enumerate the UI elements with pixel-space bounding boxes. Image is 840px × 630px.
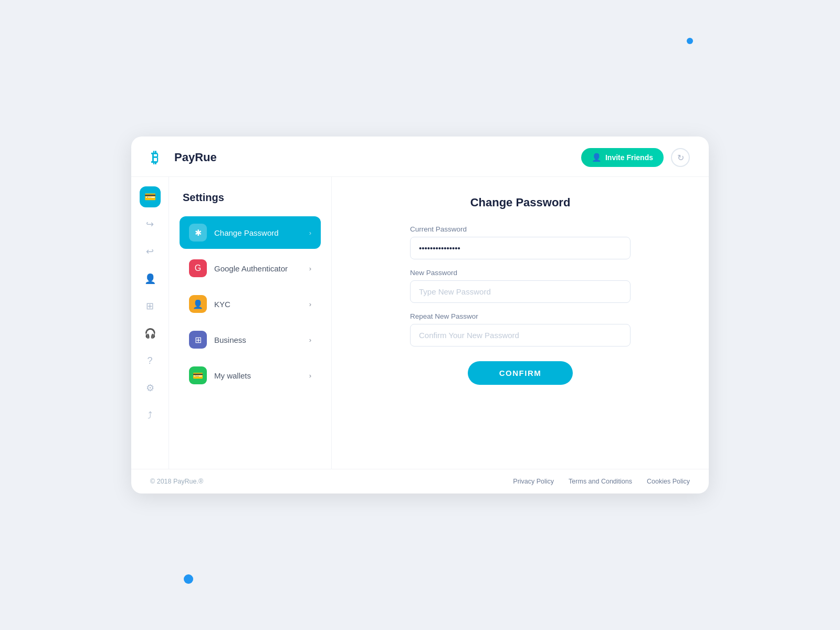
share-icon: ⤴ [148,410,152,421]
dot-bottom [184,574,193,584]
google-auth-nav-icon: G [189,259,207,277]
main-body: 💳 ↪ ↩ 👤 ⊞ 🎧 ? ⚙ ⤴ [131,177,709,469]
logo: ₿ PayRue [150,148,217,167]
contacts-icon: 👤 [144,273,156,285]
page-title: Change Password [357,196,684,209]
terms-link[interactable]: Terms and Conditions [569,478,632,485]
invite-button-label: Invite Friends [605,153,653,162]
new-password-input[interactable] [410,280,631,303]
history-icon: ↩ [146,246,154,257]
change-password-label: Change Password [214,228,279,237]
privacy-policy-link[interactable]: Privacy Policy [513,478,554,485]
main-card: ₿ PayRue 👤 Invite Friends ↻ 💳 ↪ ↩ [131,136,709,494]
kyc-nav-icon: 👤 [189,295,207,313]
chevron-icon-3: › [309,336,311,344]
sidebar-icon-export[interactable]: ⤴ [140,405,161,426]
sidebar-icon-wallet[interactable]: 💳 [140,186,161,207]
header: ₿ PayRue 👤 Invite Friends ↻ [131,136,709,177]
person-icon: 👤 [592,153,602,162]
chevron-icon-0: › [309,229,311,237]
current-password-input[interactable] [410,237,631,259]
repeat-password-label: Repeat New Passwor [410,312,631,320]
logo-text: PayRue [174,151,217,164]
nav-item-business[interactable]: ⊞ Business › [180,323,321,356]
settings-icon: ⚙ [146,382,154,394]
refresh-icon: ↻ [677,153,684,163]
sidebar-icon-send[interactable]: ↪ [140,214,161,235]
confirm-button[interactable]: CONFIRM [468,361,573,385]
svg-text:₿: ₿ [151,150,159,166]
nav-item-my-wallets[interactable]: 💳 My wallets › [180,359,321,392]
footer: © 2018 PayRue.® Privacy Policy Terms and… [131,469,709,494]
help-icon: ? [147,355,152,366]
business-label: Business [214,335,246,344]
google-auth-label: Google Authenticator [214,264,288,273]
footer-copyright: © 2018 PayRue.® [150,478,203,485]
business-nav-icon: ⊞ [189,331,207,349]
content-area: Change Password Current Password New Pas… [332,177,709,469]
kyc-label: KYC [214,300,230,309]
current-password-label: Current Password [410,225,631,233]
sidebar-icon-contacts[interactable]: 👤 [140,268,161,289]
sidebar-icons: 💳 ↪ ↩ 👤 ⊞ 🎧 ? ⚙ ⤴ [131,177,169,469]
grid-icon: ⊞ [146,300,154,312]
cookies-policy-link[interactable]: Cookies Policy [647,478,690,485]
dot-top [687,38,693,44]
nav-item-google-authenticator[interactable]: G Google Authenticator › [180,252,321,285]
chevron-icon-1: › [309,265,311,272]
sidebar-icon-help[interactable]: ? [140,350,161,371]
payrue-logo-icon: ₿ [150,148,169,167]
sidebar-icon-support[interactable]: 🎧 [140,323,161,344]
sidebar-nav: Settings ✱ Change Password › G Google Au… [169,177,332,469]
nav-item-kyc[interactable]: 👤 KYC › [180,288,321,320]
support-icon: 🎧 [144,328,156,339]
change-password-nav-icon: ✱ [189,224,207,242]
current-password-group: Current Password [410,225,631,259]
chevron-icon-4: › [309,372,311,380]
confirm-password-input[interactable] [410,324,631,346]
sidebar-title: Settings [180,192,321,204]
footer-links: Privacy Policy Terms and Conditions Cook… [513,478,690,485]
header-right: 👤 Invite Friends ↻ [581,148,690,167]
repeat-password-group: Repeat New Passwor [410,312,631,346]
nav-item-change-password[interactable]: ✱ Change Password › [180,216,321,249]
sidebar-icon-settings[interactable]: ⚙ [140,377,161,398]
sidebar-icon-grid[interactable]: ⊞ [140,296,161,317]
new-password-label: New Password [410,269,631,277]
wallet-icon: 💳 [144,191,156,203]
invite-friends-button[interactable]: 👤 Invite Friends [581,148,664,167]
sidebar-icon-history[interactable]: ↩ [140,241,161,262]
chevron-icon-2: › [309,300,311,308]
my-wallets-label: My wallets [214,371,251,380]
new-password-group: New Password [410,269,631,303]
my-wallets-nav-icon: 💳 [189,366,207,384]
send-icon: ↪ [146,218,154,230]
refresh-button[interactable]: ↻ [671,148,690,167]
